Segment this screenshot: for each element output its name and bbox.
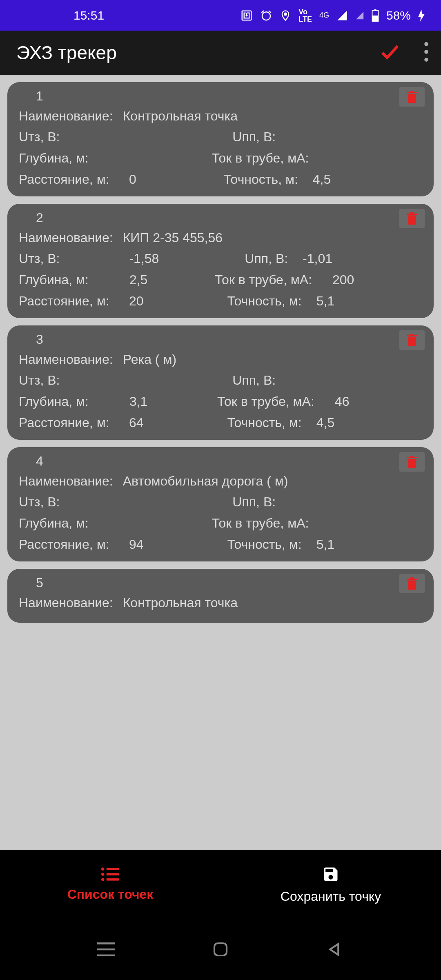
more-button[interactable] xyxy=(424,42,429,63)
point-card[interactable]: 2 Наименование: КИП 2-35 455,56 Uтз, В:-… xyxy=(7,204,434,318)
point-index: 1 xyxy=(19,89,422,102)
point-index: 4 xyxy=(19,454,422,468)
check-icon xyxy=(379,40,401,63)
name-label: Наименование: xyxy=(19,353,113,366)
back-button[interactable] xyxy=(323,937,347,962)
battery-percent: 58% xyxy=(386,9,411,22)
upp-value: -1,01 xyxy=(303,252,332,265)
save-icon xyxy=(322,865,340,883)
upp-label: Uпп, В: xyxy=(232,130,276,143)
distance-label: Расстояние, м: xyxy=(19,538,129,551)
charging-icon xyxy=(418,9,425,22)
distance-label: Расстояние, м: xyxy=(19,294,129,307)
accuracy-value: 5,1 xyxy=(316,294,334,307)
svg-point-4 xyxy=(424,42,428,46)
accuracy-label: Точность, м: xyxy=(227,416,301,429)
home-button[interactable] xyxy=(208,937,233,962)
name-label: Наименование: xyxy=(19,109,113,122)
utz-label: Uтз, В: xyxy=(19,374,60,387)
app-bar: ЭХЗ трекер xyxy=(0,31,441,75)
more-vert-icon xyxy=(424,42,429,62)
utz-label: Uтз, В: xyxy=(19,495,60,508)
point-card[interactable]: 4 Наименование: Автомобильная дорога ( м… xyxy=(7,447,434,561)
menu-icon xyxy=(97,942,115,957)
point-name: Контрольная точка xyxy=(123,596,238,609)
status-time: 15:51 xyxy=(16,9,104,22)
point-name: КИП 2-35 455,56 xyxy=(123,231,223,244)
trash-icon xyxy=(405,89,419,105)
signal-icon xyxy=(336,10,348,21)
bottom-tabs: Список точек Сохранить точку xyxy=(0,850,441,919)
status-bar: 15:51 VoLTE 4G 58% xyxy=(0,0,441,31)
svg-point-7 xyxy=(101,867,104,870)
points-list[interactable]: 1 Наименование: Контрольная точка Uтз, В… xyxy=(0,75,441,900)
depth-label: Глубина, м: xyxy=(19,395,89,408)
point-card[interactable]: 3 Наименование: Река ( м) Uтз, В: Uпп, В… xyxy=(7,325,434,440)
svg-point-11 xyxy=(101,878,104,881)
tab-label: Список точек xyxy=(67,887,154,902)
upp-label: Uпп, В: xyxy=(232,495,276,508)
app-title: ЭХЗ трекер xyxy=(12,42,117,64)
svg-rect-2 xyxy=(372,16,378,22)
name-label: Наименование: xyxy=(19,596,113,609)
home-icon xyxy=(212,941,229,958)
delete-button[interactable] xyxy=(399,209,425,228)
accuracy-label: Точность, м: xyxy=(224,173,298,186)
svg-rect-3 xyxy=(374,9,376,11)
confirm-button[interactable] xyxy=(379,40,401,65)
distance-value: 20 xyxy=(129,294,144,307)
list-icon xyxy=(101,867,119,881)
tab-points-list[interactable]: Список точек xyxy=(0,850,220,919)
trash-icon xyxy=(405,454,419,470)
point-name: Автомобильная дорога ( м) xyxy=(123,474,288,488)
svg-point-0 xyxy=(284,13,287,15)
svg-point-9 xyxy=(101,873,104,875)
trash-icon xyxy=(405,332,419,348)
tab-save-point[interactable]: Сохранить точку xyxy=(220,850,441,919)
svg-rect-8 xyxy=(107,868,119,870)
distance-label: Расстояние, м: xyxy=(19,173,129,186)
point-card[interactable]: 1 Наименование: Контрольная точка Uтз, В… xyxy=(7,82,434,196)
current-label: Ток в трубе, мА: xyxy=(212,517,309,530)
utz-label: Uтз, В: xyxy=(19,252,60,265)
depth-value: 3,1 xyxy=(129,395,147,408)
point-index: 5 xyxy=(19,576,422,589)
svg-point-6 xyxy=(424,58,428,62)
depth-value: 2,5 xyxy=(129,273,147,286)
svg-point-5 xyxy=(424,50,428,54)
network-icon: 4G xyxy=(319,11,329,20)
status-indicators: VoLTE 4G 58% xyxy=(241,8,425,23)
accuracy-value: 4,5 xyxy=(313,173,331,186)
upp-label: Uпп, В: xyxy=(232,374,276,387)
svg-marker-17 xyxy=(330,944,338,955)
delete-button[interactable] xyxy=(399,87,425,107)
battery-icon xyxy=(372,9,379,22)
delete-button[interactable] xyxy=(399,574,425,593)
name-label: Наименование: xyxy=(19,474,113,488)
distance-label: Расстояние, м: xyxy=(19,416,129,429)
current-value: 46 xyxy=(335,395,350,408)
nfc-icon xyxy=(241,9,253,22)
tab-label: Сохранить точку xyxy=(281,889,381,904)
system-nav-bar xyxy=(0,919,441,980)
depth-label: Глубина, м: xyxy=(19,517,89,530)
distance-value: 64 xyxy=(129,416,144,429)
delete-button[interactable] xyxy=(399,452,425,472)
trash-icon xyxy=(405,575,419,592)
trash-icon xyxy=(405,210,419,227)
point-name: Контрольная точка xyxy=(123,109,238,122)
accuracy-value: 4,5 xyxy=(316,416,334,429)
recents-button[interactable] xyxy=(94,937,118,962)
location-icon xyxy=(280,10,291,21)
svg-rect-10 xyxy=(107,873,119,875)
signal-icon-2 xyxy=(355,11,364,20)
point-index: 2 xyxy=(19,211,422,224)
back-icon xyxy=(327,941,343,958)
volte-icon: VoLTE xyxy=(298,8,312,23)
accuracy-label: Точность, м: xyxy=(227,294,301,307)
utz-value: -1,58 xyxy=(129,252,159,265)
point-card[interactable]: 5 Наименование: Контрольная точка xyxy=(7,569,434,623)
distance-value: 0 xyxy=(129,173,136,186)
delete-button[interactable] xyxy=(399,330,425,350)
current-label: Ток в трубе, мА: xyxy=(212,151,309,165)
